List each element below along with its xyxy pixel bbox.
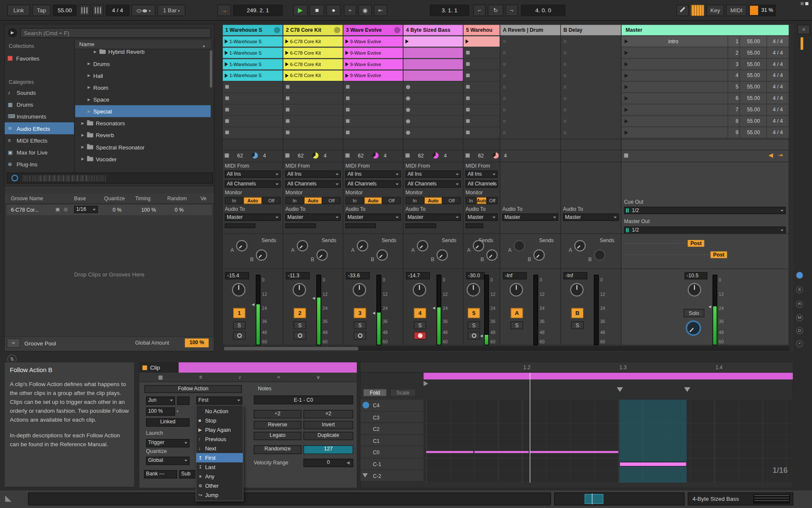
- view-toggle-returns[interactable]: R: [796, 301, 803, 308]
- midi-note[interactable]: [474, 451, 529, 453]
- master-solo-button[interactable]: Solo: [683, 309, 704, 318]
- output-channel-box[interactable]: [466, 224, 483, 228]
- menu-item-any[interactable]: ∗Any: [196, 472, 243, 481]
- scene-time-signature[interactable]: 4 / 4: [768, 61, 788, 68]
- scene-time-signature[interactable]: 4 / 4: [768, 84, 788, 91]
- send-knob-b[interactable]: [256, 249, 267, 261]
- clip-tab-1[interactable]: ≡: [199, 374, 202, 380]
- track-header[interactable]: 4 Byte Sized Bass: [403, 25, 463, 35]
- clip-slot-empty[interactable]: [500, 127, 560, 138]
- menu-item-other[interactable]: ⊛Other: [196, 481, 243, 490]
- volume-display[interactable]: -11.3: [286, 272, 310, 279]
- output-route-select[interactable]: Master: [346, 213, 401, 221]
- view-toggle-crossfader[interactable]: ×: [796, 340, 803, 347]
- clip-slot-empty[interactable]: [403, 105, 463, 115]
- clip-slot[interactable]: 9-Wave Evolve: [343, 71, 403, 81]
- clip-slot-empty[interactable]: [403, 116, 463, 126]
- velocity-range-value[interactable]: 0: [304, 459, 354, 467]
- send-knob-b[interactable]: [486, 249, 498, 261]
- monitor-option-off[interactable]: Off: [487, 197, 497, 204]
- clip-slot-empty[interactable]: [464, 105, 500, 115]
- monitor-option-off[interactable]: Off: [382, 197, 401, 204]
- output-channel-box[interactable]: [285, 224, 316, 228]
- stop-all-clips-button[interactable]: [624, 153, 628, 157]
- monitor-option-in[interactable]: In: [466, 197, 476, 204]
- clip-slot-empty[interactable]: [283, 116, 343, 126]
- menu-item-jump[interactable]: ↪Jump: [196, 490, 243, 500]
- solo-button[interactable]: S: [510, 321, 523, 329]
- scene-time-signature[interactable]: 4 / 4: [768, 107, 788, 113]
- send-knob-a[interactable]: [357, 240, 368, 251]
- solo-button[interactable]: S: [468, 321, 480, 329]
- clip-slot[interactable]: 6-C78 Core Kit: [283, 36, 343, 47]
- track-header-menu-icon[interactable]: [394, 27, 401, 33]
- volume-display[interactable]: -33.6: [346, 272, 370, 279]
- track-activator[interactable]: 3: [354, 308, 366, 318]
- output-route-select[interactable]: Master: [502, 213, 558, 221]
- preview-note-icon[interactable]: [362, 402, 369, 409]
- clip-slot-empty[interactable]: [343, 116, 403, 126]
- clip-slot[interactable]: [403, 36, 463, 47]
- output-route-select[interactable]: Master: [225, 213, 280, 221]
- clip-slot[interactable]: [403, 71, 463, 81]
- clip-slot[interactable]: 6-C78 Core Kit: [283, 48, 343, 58]
- send-knob-a[interactable]: [514, 240, 525, 251]
- scene-tempo[interactable]: 55.00: [741, 84, 765, 91]
- cue-out-select[interactable]: 1/2: [624, 207, 786, 214]
- monitor-option-in[interactable]: In: [285, 197, 304, 204]
- chance-stepper-icon[interactable]: ▴: [177, 408, 182, 415]
- follow-action-b-select[interactable]: First: [196, 397, 242, 405]
- track-activator[interactable]: 4: [414, 308, 426, 318]
- randomize-value[interactable]: 127: [304, 445, 354, 454]
- clip-tab-0[interactable]: ▦: [158, 374, 163, 380]
- menu-item-stop[interactable]: ■Stop: [196, 416, 243, 425]
- clip-slot-empty[interactable]: [500, 82, 560, 92]
- randomize-button[interactable]: Randomize: [254, 445, 302, 454]
- monitor-option-auto[interactable]: Auto: [244, 197, 262, 204]
- track-activator[interactable]: 2: [294, 308, 306, 318]
- arm-button[interactable]: [354, 332, 366, 340]
- clip-slot-empty[interactable]: [561, 116, 621, 126]
- clip-slot-empty[interactable]: [464, 93, 500, 103]
- send-knob-a[interactable]: [236, 240, 247, 251]
- output-route-select[interactable]: Master: [285, 213, 341, 221]
- volume-display[interactable]: -Inf: [563, 272, 587, 279]
- clip-slot-empty[interactable]: [343, 127, 403, 138]
- clip-slot-empty[interactable]: [283, 82, 343, 92]
- halve-time-button[interactable]: ÷2: [254, 410, 302, 419]
- clip-color-swatch[interactable]: [143, 365, 147, 370]
- view-toggle-track-delay[interactable]: D: [796, 327, 803, 334]
- clip-slot-empty[interactable]: [223, 93, 283, 103]
- clip-slot-empty[interactable]: [464, 127, 500, 138]
- master-out-select[interactable]: 1/2: [624, 226, 786, 234]
- clip-slot-empty[interactable]: [561, 48, 621, 58]
- clip-slot[interactable]: [403, 48, 463, 58]
- clip-slot-empty[interactable]: [500, 116, 560, 126]
- midi-note[interactable]: [426, 451, 473, 453]
- double-time-button[interactable]: ×2: [304, 410, 354, 419]
- invert-button[interactable]: Invert: [304, 421, 354, 429]
- send-knob-b[interactable]: [594, 249, 605, 261]
- selected-clip-box[interactable]: 4-Byte Sized Bass: [688, 492, 793, 505]
- scene-time-signature[interactable]: 4 / 4: [768, 118, 788, 125]
- clip-slot[interactable]: 9-Wave Evolve: [343, 48, 403, 58]
- fold-button[interactable]: Fold: [363, 389, 387, 396]
- arm-button[interactable]: [414, 332, 426, 340]
- send-a-post-toggle[interactable]: Post: [688, 240, 704, 247]
- clip-slot[interactable]: 9-Wave Evolve: [343, 36, 403, 47]
- scene-tempo[interactable]: 55.00: [741, 72, 765, 79]
- midi-note[interactable]: [530, 451, 618, 453]
- track-stop-button[interactable]: [406, 153, 410, 157]
- monitor-option-auto[interactable]: Auto: [424, 197, 442, 204]
- track-header-menu-icon[interactable]: [274, 27, 280, 33]
- scene-time-signature[interactable]: 4 / 4: [768, 72, 788, 79]
- clip-slot-empty[interactable]: [561, 82, 621, 92]
- clip-slot-empty[interactable]: [403, 82, 463, 92]
- clip-slot-empty[interactable]: [464, 59, 500, 69]
- clip-slot-empty[interactable]: [464, 48, 500, 58]
- clip-slot-empty[interactable]: [283, 93, 343, 103]
- track-stop-button[interactable]: [346, 153, 350, 157]
- duplicate-button[interactable]: Duplicate: [304, 432, 354, 440]
- monitor-switch[interactable]: InAutoOff: [406, 197, 461, 204]
- volume-display[interactable]: -Inf: [503, 272, 527, 279]
